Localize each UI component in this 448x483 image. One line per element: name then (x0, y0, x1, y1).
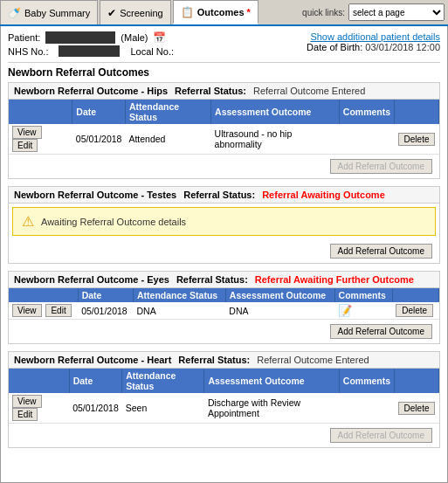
col-date: Date (72, 100, 126, 124)
referral-heart-header: Newborn Referral Outcome - Heart Referra… (9, 352, 439, 369)
patient-right-info: Show additional patient details Date of … (307, 31, 440, 52)
nhs-label: NHS No.: (8, 46, 48, 57)
referral-hips-status-label: Referral Status: (175, 86, 246, 96)
tab-outcomes-label: Outcomes * (197, 7, 251, 17)
col-comments-heart: Comments (339, 369, 394, 393)
row-attendance-eyes: DNA (133, 302, 225, 320)
col-actions-heart (9, 369, 69, 393)
row-comments-eyes: 📝 (334, 302, 392, 320)
add-outcome-row-heart: Add Referral Outcome (9, 424, 439, 447)
dob-row: Date of Birth: 03/01/2018 12:00 (307, 42, 440, 52)
row-comments-heart (339, 393, 394, 424)
comment-icon[interactable]: 📝 (338, 304, 352, 317)
add-outcome-row-eyes: Add Referral Outcome (9, 320, 439, 343)
row-date-eyes: 05/01/2018 (78, 302, 133, 320)
main-section-title: Newborn Referral Outcomes (8, 62, 440, 79)
patient-header: Patient: (Male) 📅 NHS No.: Local No.: Sh… (8, 31, 440, 57)
tab-screening[interactable]: ✔ Screening (100, 0, 171, 24)
warning-icon: ⚠ (22, 213, 34, 230)
col-comments: Comments (339, 100, 394, 124)
row-delete: Delete (395, 124, 439, 155)
referral-testes-status-value: Referral Awaiting Outcome (262, 190, 385, 200)
row-actions-heart: View Edit (9, 393, 69, 424)
referral-heart-title: Newborn Referral Outcome - Heart (14, 355, 171, 365)
referral-testes-header: Newborn Referral Outcome - Testes Referr… (9, 187, 439, 204)
row-assessment-eyes: DNA (225, 302, 334, 320)
add-outcome-row-hips: Add Referral Outcome (9, 155, 439, 178)
warning-text-testes: Awaiting Referral Outcome details (41, 217, 186, 227)
referral-testes-title: Newborn Referral Outcome - Testes (14, 190, 176, 200)
row-delete-heart: Delete (395, 393, 439, 424)
referral-hips-table: Date Attendance Status Assessment Outcom… (9, 100, 439, 155)
referral-heart-table-header: Date Attendance Status Assessment Outcom… (9, 369, 439, 393)
table-row: View Edit 05/01/2018 Attended Ultrasound… (9, 124, 439, 155)
row-delete-eyes: Delete (392, 302, 438, 320)
tab-baby-summary[interactable]: 🍼 Baby Summary (0, 0, 98, 24)
referral-block-eyes: Newborn Referral Outcome - Eyes Referral… (8, 271, 440, 344)
row-comments (339, 124, 394, 155)
referral-eyes-status-value: Referral Awaiting Further Outcome (255, 274, 414, 285)
referral-testes-status-label: Referral Status: (183, 190, 255, 200)
delete-button-eyes[interactable]: Delete (396, 304, 433, 317)
add-outcome-button-heart: Add Referral Outcome (330, 428, 433, 443)
calendar-icon[interactable]: 📅 (153, 31, 166, 44)
tab-baby-summary-label: Baby Summary (24, 8, 90, 18)
referral-heart-status-value: Referral Outcome Entered (257, 355, 369, 365)
nhs-value (59, 45, 120, 57)
add-outcome-row-testes: Add Referral Outcome (9, 239, 439, 263)
referral-block-heart: Newborn Referral Outcome - Heart Referra… (8, 351, 440, 448)
col-comments-eyes: Comments (334, 288, 392, 302)
referral-eyes-table: Date Attendance Status Assessment Outcom… (9, 288, 439, 320)
edit-button-eyes[interactable]: Edit (45, 304, 71, 317)
referral-hips-header: Newborn Referral Outcome - Hips Referral… (9, 83, 439, 100)
show-details-link[interactable]: Show additional patient details (307, 31, 440, 42)
col-date-eyes: Date (78, 288, 133, 302)
referral-eyes-status-label: Referral Status: (176, 274, 248, 285)
col-delete-heart (395, 369, 439, 393)
local-label: Local No.: (130, 46, 174, 57)
patient-name (45, 31, 115, 44)
col-assessment: Assessment Outcome (211, 100, 340, 124)
tab-outcomes[interactable]: 📋 Outcomes * (173, 0, 258, 24)
delete-button-hips[interactable]: Delete (398, 133, 436, 146)
view-button-hips[interactable]: View (12, 126, 42, 139)
row-attendance: Attended (125, 124, 210, 155)
tab-bar: 🍼 Baby Summary ✔ Screening 📋 Outcomes * … (0, 0, 448, 26)
table-row: View Edit 05/01/2018 Seen Discharge with… (9, 393, 439, 424)
outcomes-asterisk: * (247, 7, 251, 17)
col-delete-eyes (392, 288, 438, 302)
baby-summary-icon: 🍼 (8, 7, 21, 19)
col-actions-eyes (9, 288, 78, 302)
delete-button-heart[interactable]: Delete (398, 402, 436, 415)
col-assessment-heart: Assessment Outcome (204, 369, 339, 393)
referral-eyes-header: Newborn Referral Outcome - Eyes Referral… (9, 272, 439, 288)
main-content: Patient: (Male) 📅 NHS No.: Local No.: Sh… (0, 26, 448, 483)
referral-hips-table-header: Date Attendance Status Assessment Outcom… (9, 100, 439, 124)
col-delete (395, 100, 439, 124)
add-outcome-button-testes[interactable]: Add Referral Outcome (330, 244, 433, 259)
referral-hips-title: Newborn Referral Outcome - Hips (14, 86, 168, 96)
row-actions: View Edit (9, 124, 72, 155)
patient-name-row: Patient: (Male) 📅 (8, 31, 174, 44)
row-date-heart: 05/01/2018 (69, 393, 122, 424)
dob-label: Date of Birth: (307, 42, 362, 52)
row-actions-eyes: View Edit (9, 302, 78, 320)
edit-button-hips[interactable]: Edit (12, 139, 38, 152)
referral-heart-table: Date Attendance Status Assessment Outcom… (9, 369, 439, 424)
add-outcome-button-eyes[interactable]: Add Referral Outcome (330, 324, 433, 339)
view-button-heart[interactable]: View (12, 395, 42, 408)
referral-heart-status-label: Referral Status: (178, 355, 250, 365)
dob-value: 03/01/2018 12:00 (365, 42, 440, 52)
referral-hips-status-value: Referral Outcome Entered (253, 86, 365, 96)
referral-eyes-title: Newborn Referral Outcome - Eyes (14, 274, 169, 285)
view-button-eyes[interactable]: View (12, 304, 42, 317)
row-date: 05/01/2018 (72, 124, 126, 155)
quick-links-container: quick links: select a page (302, 0, 448, 24)
referral-block-hips: Newborn Referral Outcome - Hips Referral… (8, 82, 440, 179)
edit-button-heart[interactable]: Edit (12, 408, 38, 421)
quick-links-select[interactable]: select a page (348, 3, 445, 21)
add-outcome-button-hips: Add Referral Outcome (330, 159, 433, 174)
patient-label: Patient: (8, 32, 40, 43)
screening-icon: ✔ (107, 7, 116, 19)
row-attendance-heart: Seen (122, 393, 204, 424)
